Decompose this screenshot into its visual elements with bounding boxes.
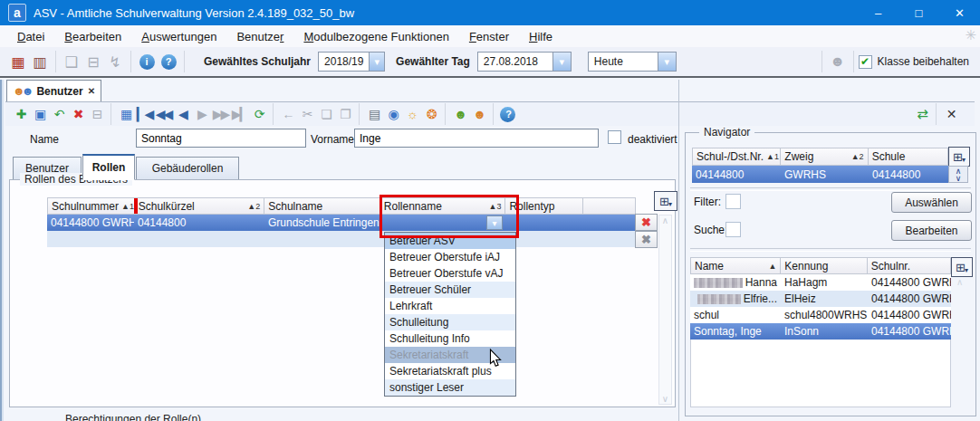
fast-backward-icon[interactable]: ◀◀ <box>154 105 173 124</box>
horn-icon[interactable]: ❂ <box>421 105 440 124</box>
chevron-down-icon[interactable]: ▾ <box>369 53 384 71</box>
first-record-icon[interactable]: ▎◀ <box>135 105 154 124</box>
dropdown-option[interactable]: Betreuer Schüler <box>385 282 515 298</box>
chevron-down-icon[interactable]: ▾ <box>658 53 676 71</box>
column-header-schulkuerzel[interactable]: Schulkürzel▲2 <box>135 198 265 214</box>
column-header-zweig[interactable]: Zweig▲2 <box>781 148 868 165</box>
print-icon[interactable]: ▤ <box>364 105 383 124</box>
fast-forward-icon[interactable]: ▶▶ <box>211 105 230 124</box>
filter-checkbox[interactable] <box>725 194 741 209</box>
new-record-icon[interactable]: ✚ <box>11 105 30 124</box>
tag-select[interactable]: 27.08.2018 ▾ <box>477 52 572 72</box>
info-icon[interactable]: i <box>136 51 158 72</box>
table-view-icon[interactable]: ▦ <box>116 105 135 124</box>
cut-icon[interactable]: ✂ <box>297 105 316 124</box>
form-remove-icon[interactable]: ⊟ <box>87 105 106 124</box>
user-row[interactable]: Hanna HaHagm 04144800 GWRHS <box>690 274 951 291</box>
panel-splitter[interactable] <box>678 80 679 421</box>
last-record-icon[interactable]: ▶▎ <box>230 105 249 124</box>
back-arrow-icon[interactable]: ← <box>278 105 297 124</box>
navigator-row-selected[interactable]: 04144800 GWRHS 04144800 <box>692 166 948 183</box>
delete-record-icon[interactable]: ✖ <box>68 105 87 124</box>
close-button[interactable]: ✕ <box>939 0 980 25</box>
klasse-beibehalten-checkbox[interactable]: ✔ <box>859 55 872 69</box>
deaktiviert-checkbox[interactable] <box>608 130 621 144</box>
schuljahr-select[interactable]: 2018/19 ▾ <box>318 52 385 72</box>
school-report-icon[interactable]: ▦ <box>7 51 29 72</box>
chevron-down-icon[interactable]: ▾ <box>486 215 503 230</box>
bearbeiten-button[interactable]: Bearbeiten <box>891 220 972 241</box>
column-config-button[interactable]: ⊞▾ <box>948 147 970 167</box>
column-header-schulnummer[interactable]: Schulnummer▲1 <box>48 198 135 214</box>
tab-gebaeuderollen[interactable]: Gebäuderollen <box>136 157 239 180</box>
menu-modulbezogene-funktionen[interactable]: Modulbezogene Funktionen <box>293 27 458 46</box>
column-header-schulname[interactable]: Schulname <box>264 198 380 214</box>
chevron-down-icon[interactable]: ▾ <box>552 53 571 71</box>
menu-benutzer[interactable]: Benutzer <box>226 27 293 46</box>
auswaehlen-button[interactable]: Auswählen <box>891 192 972 213</box>
menu-datei[interactable]: Datei <box>7 27 54 46</box>
dropdown-option[interactable]: Betreuer ASV <box>385 233 515 249</box>
name-input[interactable] <box>136 129 306 148</box>
heute-select[interactable]: Heute ▾ <box>588 52 677 72</box>
help-icon[interactable]: ? <box>498 105 517 124</box>
tab-benutzer-document[interactable]: ☻ ☻ Benutzer ✕ <box>6 80 101 101</box>
column-header-rollenname[interactable]: Rollenname▲3 <box>380 198 506 214</box>
module-icon[interactable]: ❑ <box>61 51 82 72</box>
vorname-input[interactable] <box>354 129 599 148</box>
user-add-icon[interactable]: ☻ <box>469 105 488 124</box>
scroll-up-icon[interactable]: ∧ <box>662 215 668 225</box>
column-config-button[interactable]: ⊞▾ <box>654 191 677 211</box>
scroll-down-icon[interactable]: ∨ <box>662 394 668 404</box>
dropdown-option[interactable]: Betreuer Oberstufe vAJ <box>385 265 515 282</box>
dropdown-option[interactable]: Lehrkraft <box>385 298 515 314</box>
suche-checkbox[interactable] <box>725 222 741 237</box>
refresh-icon[interactable]: ⟳ <box>249 105 268 124</box>
user-sync-icon[interactable]: ☻ <box>450 105 469 124</box>
user-row-selected[interactable]: Sonntag, Inge InSonn 04144800 GWRHS <box>690 323 951 340</box>
tab-rollen[interactable]: Rollen <box>82 154 135 180</box>
user-row[interactable]: schul schul4800WRHS 04144800 GWRHS <box>690 307 951 323</box>
column-header-schule[interactable]: Schule <box>869 148 947 165</box>
column-header-rollentyp[interactable]: Rollentyp <box>505 198 583 214</box>
pane-close-icon[interactable]: ✕ <box>941 105 960 124</box>
menu-hilfe[interactable]: Hilfe <box>519 27 562 46</box>
window-minus-icon[interactable]: ⊟ <box>82 51 104 72</box>
dropdown-option[interactable]: Schulleitung <box>385 314 515 330</box>
roles-table-scrollbar[interactable]: ∧ ∨ <box>658 215 672 405</box>
column-header-name[interactable]: Name▲ <box>691 258 781 273</box>
dropdown-option[interactable]: sonstiger Leser <box>385 379 515 396</box>
copy-icon[interactable]: ❏ <box>316 105 335 124</box>
undo-icon[interactable]: ↶ <box>49 105 68 124</box>
menu-auswertungen[interactable]: Auswertungen <box>131 27 226 46</box>
dropdown-option[interactable]: Betreuer Oberstufe iAJ <box>385 249 515 265</box>
menu-bearbeiten[interactable]: Bearbeiten <box>54 27 131 46</box>
help-icon[interactable]: ? <box>158 51 179 72</box>
table-row-empty[interactable] <box>47 231 636 247</box>
spinner-down-icon[interactable]: ∨ <box>956 175 962 182</box>
lightning-icon[interactable]: ↯ <box>104 51 126 72</box>
column-header-kennung[interactable]: Kennung <box>781 258 867 273</box>
pane-sync-icon[interactable]: ⇄ <box>912 105 931 124</box>
delete-row-button[interactable]: ✖ <box>635 214 658 231</box>
dropdown-option[interactable]: Schulleitung Info <box>385 330 515 347</box>
user-row[interactable]: Elfrie... ElHeiz 04144800 GWRHS <box>690 291 951 307</box>
preview-eye-icon[interactable]: ◉ <box>383 105 402 124</box>
cell-rollenname-combo[interactable]: ▾ <box>380 215 506 231</box>
save-icon[interactable]: ▣ <box>30 105 49 124</box>
table-row-selected[interactable]: 04144800 GWRHS 04144800 Grundschule Entr… <box>47 215 636 231</box>
column-header-schulnr[interactable]: Schulnr. <box>868 258 950 273</box>
tab-close-icon[interactable]: ✕ <box>88 86 95 96</box>
scroll-up-icon[interactable]: ∧ <box>956 277 963 287</box>
lightbulb-icon[interactable]: ☼ <box>402 105 421 124</box>
row-spinner[interactable]: ∧ ∨ <box>948 166 968 183</box>
paste-icon[interactable]: ❐ <box>335 105 354 124</box>
column-header-schul-dst-nr[interactable]: Schul-/Dst.Nr.▲1 <box>693 148 781 165</box>
next-record-icon[interactable]: ▶ <box>192 105 211 124</box>
maximize-button[interactable]: □ <box>898 0 939 25</box>
minimize-button[interactable]: – <box>858 0 898 25</box>
print-report-icon[interactable]: ▥ <box>29 51 51 72</box>
column-config-button[interactable]: ⊞▾ <box>951 257 973 277</box>
previous-record-icon[interactable]: ◀ <box>173 105 192 124</box>
menu-fenster[interactable]: Fenster <box>459 27 519 46</box>
